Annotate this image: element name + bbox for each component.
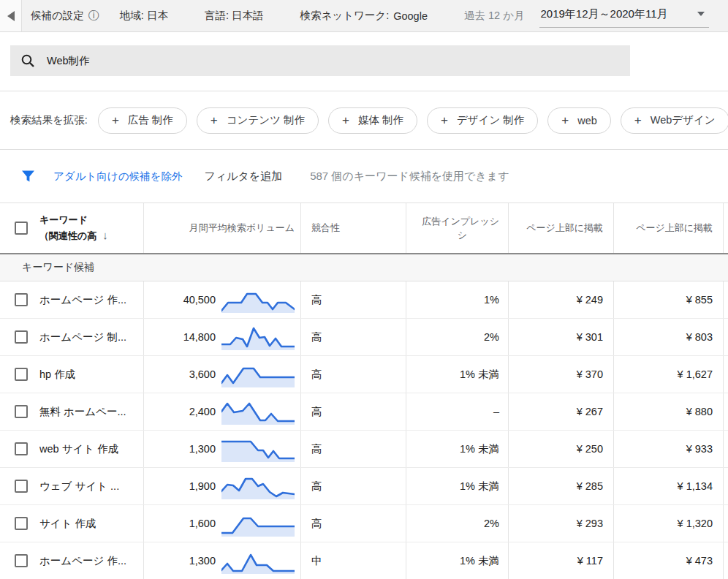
row-checkbox[interactable] xyxy=(15,405,28,418)
search-volume-sparkline xyxy=(221,324,295,350)
top-of-page-high-bid-cell: ¥ 880 xyxy=(686,406,713,417)
top-of-page-high-bid-cell: ¥ 473 xyxy=(686,555,713,567)
plus-icon: + xyxy=(634,113,642,128)
period-label: 過去 12 か月 xyxy=(464,9,525,23)
add-keyword-chip[interactable]: + デザイン 制作 xyxy=(427,107,538,134)
back-button[interactable] xyxy=(0,0,22,31)
add-filter-button[interactable]: フィルタを追加 xyxy=(204,170,282,183)
competition-cell: 高 xyxy=(311,442,322,456)
keyword-cell[interactable]: hp 作成 xyxy=(39,368,75,382)
top-of-page-low-bid-cell: ¥ 370 xyxy=(577,368,603,380)
keyword-cell[interactable]: ホームページ 作... xyxy=(39,293,126,307)
header-top-of-page-high[interactable]: ページ上部に掲載 xyxy=(614,203,724,253)
add-keyword-chip[interactable]: + web xyxy=(547,107,611,134)
exclude-adult-filter-link[interactable]: アダルト向けの候補を除外 xyxy=(53,170,182,183)
top-of-page-low-bid-cell: ¥ 293 xyxy=(577,518,603,529)
header-volume[interactable]: 月間平均検索ボリューム xyxy=(144,203,301,253)
top-of-page-low-bid-cell: ¥ 301 xyxy=(577,331,603,343)
impression-share-cell: 1% 未満 xyxy=(460,554,499,568)
top-of-page-high-bid-cell: ¥ 933 xyxy=(686,443,713,455)
location-setting[interactable]: 地域: 日本 xyxy=(120,9,168,23)
impr-header-line1: 広告インプレッシ xyxy=(422,216,499,227)
competition-cell: 高 xyxy=(311,405,322,419)
add-keyword-chip[interactable]: + Webデザイン xyxy=(621,107,728,134)
volume-cell: 1,900 xyxy=(189,480,216,492)
network-label: 検索ネットワーク: xyxy=(300,9,389,23)
keyword-cell[interactable]: 無料 ホームペー... xyxy=(39,405,126,419)
filter-bar: アダルト向けの候補を除外 フィルタを追加 587 個のキーワード候補を使用できま… xyxy=(0,150,728,203)
header-competition[interactable]: 競合性 xyxy=(301,203,406,253)
expand-label: 検索結果を拡張: xyxy=(10,113,88,127)
search-volume-sparkline xyxy=(221,287,295,313)
plus-icon: + xyxy=(561,113,569,128)
add-keyword-chip[interactable]: + 媒体 制作 xyxy=(328,107,417,134)
keyword-cell[interactable]: ホームページ 制... xyxy=(39,330,126,344)
impr-header-line2: シ xyxy=(422,228,467,243)
date-range-selector[interactable]: 2019年12月～2020年11月 xyxy=(539,4,709,28)
network-setting[interactable]: 検索ネットワーク: Google xyxy=(300,9,428,23)
volume-cell: 1,300 xyxy=(189,555,216,567)
table-row: ホームページ 制... 14,800 高 2% ¥ 301 ¥ 803 xyxy=(0,319,728,356)
chip-label: コンテンツ 制作 xyxy=(227,113,305,127)
chip-label: 媒体 制作 xyxy=(358,113,403,127)
row-checkbox[interactable] xyxy=(15,442,28,455)
keyword-ideas-table: キーワード （関連性の高↓ 月間平均検索ボリューム 競合性 広告インプレッシ シ… xyxy=(0,203,728,579)
row-checkbox[interactable] xyxy=(15,330,28,344)
impression-share-cell: 1% xyxy=(484,294,499,306)
keyword-cell[interactable]: ホームページ 作... xyxy=(39,554,126,568)
header-ad-impression-share[interactable]: 広告インプレッシ シ xyxy=(406,203,509,253)
keyword-cell[interactable]: ウェブ サイト ... xyxy=(39,480,119,493)
competition-cell: 高 xyxy=(311,330,322,344)
competition-cell: 高 xyxy=(311,293,322,307)
impression-share-cell: 2% xyxy=(484,518,499,529)
keyword-column-header: キーワード （関連性の高↓ xyxy=(39,213,108,243)
select-all-checkbox[interactable] xyxy=(15,222,28,235)
top-of-page-high-bid-cell: ¥ 1,627 xyxy=(678,368,713,380)
keyword-cell[interactable]: web サイト 作成 xyxy=(39,442,118,456)
top-of-page-low-bid-cell: ¥ 117 xyxy=(577,555,603,567)
table-row: サイト 作成 1,600 高 2% ¥ 293 ¥ 1,320 xyxy=(0,505,728,542)
row-checkbox[interactable] xyxy=(15,554,28,567)
competition-cell: 高 xyxy=(311,480,322,493)
impression-share-cell: 1% 未満 xyxy=(460,442,499,456)
table-row: ホームページ 作... 40,500 高 1% ¥ 249 ¥ 855 xyxy=(0,281,728,319)
row-checkbox[interactable] xyxy=(15,480,28,493)
network-value: Google xyxy=(393,10,428,22)
expand-results-section: 検索結果を拡張: + 広告 制作 + コンテンツ 制作 + 媒体 制作 + デザ… xyxy=(0,91,728,150)
header-keyword[interactable]: キーワード （関連性の高↓ xyxy=(0,203,144,253)
header-top-of-page-low[interactable]: ページ上部に掲載 xyxy=(509,203,614,253)
competition-cell: 高 xyxy=(311,368,322,382)
table-body: ホームページ 作... 40,500 高 1% ¥ 249 ¥ 855 ホームペ… xyxy=(0,281,728,579)
search-volume-sparkline xyxy=(221,548,295,574)
top-settings-bar: 候補の設定 ⓘ 地域: 日本 言語: 日本語 検索ネットワーク: Google … xyxy=(0,0,728,32)
volume-cell: 14,800 xyxy=(183,331,216,343)
keyword-ideas-section-label: キーワード候補 xyxy=(0,254,728,281)
competition-cell: 中 xyxy=(311,554,322,568)
row-checkbox[interactable] xyxy=(15,368,28,381)
impression-share-cell: 2% xyxy=(484,331,499,343)
add-keyword-chip[interactable]: + 広告 制作 xyxy=(98,107,187,134)
search-icon xyxy=(20,53,35,68)
keyword-search-input[interactable]: Web制作 xyxy=(10,45,630,76)
sort-descending-icon[interactable]: ↓ xyxy=(102,229,108,241)
plus-icon: + xyxy=(112,113,119,128)
language-setting[interactable]: 言語: 日本語 xyxy=(205,9,264,23)
keyword-header-line1: キーワード xyxy=(39,214,88,225)
top-of-page-high-bid-cell: ¥ 803 xyxy=(686,331,713,343)
header-overflow-sliver xyxy=(724,203,728,253)
settings-title: 候補の設定 ⓘ xyxy=(31,9,99,23)
top-of-page-low-bid-cell: ¥ 285 xyxy=(577,480,603,492)
top-of-page-high-bid-cell: ¥ 1,134 xyxy=(678,480,713,492)
add-keyword-chip[interactable]: + コンテンツ 制作 xyxy=(197,107,319,134)
plus-icon: + xyxy=(342,113,349,128)
plus-icon: + xyxy=(441,113,448,128)
search-volume-sparkline xyxy=(221,398,295,425)
volume-cell: 1,600 xyxy=(189,518,216,529)
search-volume-sparkline xyxy=(221,361,295,387)
keyword-cell[interactable]: サイト 作成 xyxy=(39,517,96,531)
filter-icon xyxy=(22,170,34,182)
row-checkbox[interactable] xyxy=(15,293,28,306)
info-icon[interactable]: ⓘ xyxy=(88,9,99,23)
chip-label: web xyxy=(577,115,597,126)
row-checkbox[interactable] xyxy=(15,517,28,530)
